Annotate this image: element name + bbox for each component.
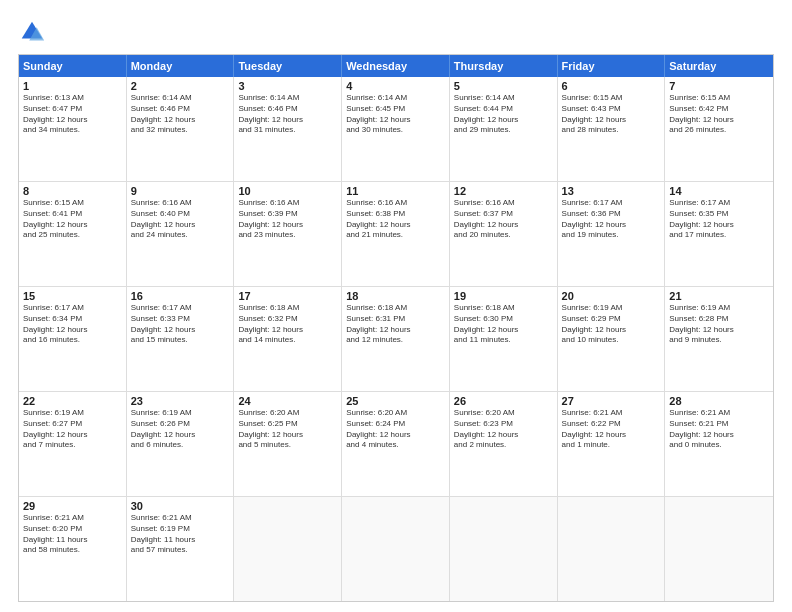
cal-cell — [665, 497, 773, 601]
cell-info: Sunrise: 6:16 AMSunset: 6:37 PMDaylight:… — [454, 198, 553, 241]
cell-info: Sunrise: 6:14 AMSunset: 6:46 PMDaylight:… — [131, 93, 230, 136]
day-number: 3 — [238, 80, 337, 92]
cell-info: Sunrise: 6:13 AMSunset: 6:47 PMDaylight:… — [23, 93, 122, 136]
day-number: 22 — [23, 395, 122, 407]
day-number: 18 — [346, 290, 445, 302]
day-number: 10 — [238, 185, 337, 197]
cell-info: Sunrise: 6:16 AMSunset: 6:38 PMDaylight:… — [346, 198, 445, 241]
cal-cell: 22Sunrise: 6:19 AMSunset: 6:27 PMDayligh… — [19, 392, 127, 496]
cal-cell: 30Sunrise: 6:21 AMSunset: 6:19 PMDayligh… — [127, 497, 235, 601]
cal-cell: 4Sunrise: 6:14 AMSunset: 6:45 PMDaylight… — [342, 77, 450, 181]
cal-cell: 18Sunrise: 6:18 AMSunset: 6:31 PMDayligh… — [342, 287, 450, 391]
cal-cell: 26Sunrise: 6:20 AMSunset: 6:23 PMDayligh… — [450, 392, 558, 496]
calendar-header: SundayMondayTuesdayWednesdayThursdayFrid… — [19, 55, 773, 77]
day-number: 17 — [238, 290, 337, 302]
day-number: 14 — [669, 185, 769, 197]
cell-info: Sunrise: 6:17 AMSunset: 6:36 PMDaylight:… — [562, 198, 661, 241]
day-number: 4 — [346, 80, 445, 92]
day-number: 30 — [131, 500, 230, 512]
cell-info: Sunrise: 6:17 AMSunset: 6:35 PMDaylight:… — [669, 198, 769, 241]
day-number: 27 — [562, 395, 661, 407]
cal-cell: 12Sunrise: 6:16 AMSunset: 6:37 PMDayligh… — [450, 182, 558, 286]
day-number: 19 — [454, 290, 553, 302]
header-day-saturday: Saturday — [665, 55, 773, 77]
day-number: 7 — [669, 80, 769, 92]
cal-cell: 5Sunrise: 6:14 AMSunset: 6:44 PMDaylight… — [450, 77, 558, 181]
logo — [18, 18, 50, 46]
cal-cell: 9Sunrise: 6:16 AMSunset: 6:40 PMDaylight… — [127, 182, 235, 286]
cell-info: Sunrise: 6:16 AMSunset: 6:39 PMDaylight:… — [238, 198, 337, 241]
cal-cell: 27Sunrise: 6:21 AMSunset: 6:22 PMDayligh… — [558, 392, 666, 496]
cell-info: Sunrise: 6:14 AMSunset: 6:44 PMDaylight:… — [454, 93, 553, 136]
calendar: SundayMondayTuesdayWednesdayThursdayFrid… — [18, 54, 774, 602]
cal-week-3: 15Sunrise: 6:17 AMSunset: 6:34 PMDayligh… — [19, 287, 773, 392]
cal-cell: 16Sunrise: 6:17 AMSunset: 6:33 PMDayligh… — [127, 287, 235, 391]
cal-cell — [450, 497, 558, 601]
cell-info: Sunrise: 6:14 AMSunset: 6:46 PMDaylight:… — [238, 93, 337, 136]
cell-info: Sunrise: 6:21 AMSunset: 6:22 PMDaylight:… — [562, 408, 661, 451]
cal-cell — [342, 497, 450, 601]
cal-cell — [234, 497, 342, 601]
logo-icon — [18, 18, 46, 46]
cal-cell: 13Sunrise: 6:17 AMSunset: 6:36 PMDayligh… — [558, 182, 666, 286]
cell-info: Sunrise: 6:18 AMSunset: 6:32 PMDaylight:… — [238, 303, 337, 346]
cal-week-4: 22Sunrise: 6:19 AMSunset: 6:27 PMDayligh… — [19, 392, 773, 497]
day-number: 25 — [346, 395, 445, 407]
day-number: 9 — [131, 185, 230, 197]
cal-cell: 19Sunrise: 6:18 AMSunset: 6:30 PMDayligh… — [450, 287, 558, 391]
page: SundayMondayTuesdayWednesdayThursdayFrid… — [0, 0, 792, 612]
cal-cell: 14Sunrise: 6:17 AMSunset: 6:35 PMDayligh… — [665, 182, 773, 286]
cell-info: Sunrise: 6:17 AMSunset: 6:34 PMDaylight:… — [23, 303, 122, 346]
cell-info: Sunrise: 6:21 AMSunset: 6:19 PMDaylight:… — [131, 513, 230, 556]
cal-week-5: 29Sunrise: 6:21 AMSunset: 6:20 PMDayligh… — [19, 497, 773, 601]
header-day-sunday: Sunday — [19, 55, 127, 77]
day-number: 13 — [562, 185, 661, 197]
cal-cell: 11Sunrise: 6:16 AMSunset: 6:38 PMDayligh… — [342, 182, 450, 286]
day-number: 2 — [131, 80, 230, 92]
cell-info: Sunrise: 6:15 AMSunset: 6:42 PMDaylight:… — [669, 93, 769, 136]
cell-info: Sunrise: 6:21 AMSunset: 6:21 PMDaylight:… — [669, 408, 769, 451]
cell-info: Sunrise: 6:20 AMSunset: 6:25 PMDaylight:… — [238, 408, 337, 451]
cell-info: Sunrise: 6:19 AMSunset: 6:29 PMDaylight:… — [562, 303, 661, 346]
header-day-wednesday: Wednesday — [342, 55, 450, 77]
cal-cell: 28Sunrise: 6:21 AMSunset: 6:21 PMDayligh… — [665, 392, 773, 496]
day-number: 20 — [562, 290, 661, 302]
cal-cell: 21Sunrise: 6:19 AMSunset: 6:28 PMDayligh… — [665, 287, 773, 391]
cal-cell: 25Sunrise: 6:20 AMSunset: 6:24 PMDayligh… — [342, 392, 450, 496]
header-day-monday: Monday — [127, 55, 235, 77]
day-number: 29 — [23, 500, 122, 512]
cal-cell: 3Sunrise: 6:14 AMSunset: 6:46 PMDaylight… — [234, 77, 342, 181]
cell-info: Sunrise: 6:15 AMSunset: 6:43 PMDaylight:… — [562, 93, 661, 136]
cell-info: Sunrise: 6:20 AMSunset: 6:23 PMDaylight:… — [454, 408, 553, 451]
day-number: 26 — [454, 395, 553, 407]
cell-info: Sunrise: 6:17 AMSunset: 6:33 PMDaylight:… — [131, 303, 230, 346]
day-number: 23 — [131, 395, 230, 407]
day-number: 11 — [346, 185, 445, 197]
cal-cell: 17Sunrise: 6:18 AMSunset: 6:32 PMDayligh… — [234, 287, 342, 391]
day-number: 15 — [23, 290, 122, 302]
day-number: 8 — [23, 185, 122, 197]
day-number: 5 — [454, 80, 553, 92]
cell-info: Sunrise: 6:19 AMSunset: 6:28 PMDaylight:… — [669, 303, 769, 346]
day-number: 12 — [454, 185, 553, 197]
cell-info: Sunrise: 6:19 AMSunset: 6:26 PMDaylight:… — [131, 408, 230, 451]
cell-info: Sunrise: 6:19 AMSunset: 6:27 PMDaylight:… — [23, 408, 122, 451]
cal-cell: 29Sunrise: 6:21 AMSunset: 6:20 PMDayligh… — [19, 497, 127, 601]
cal-week-1: 1Sunrise: 6:13 AMSunset: 6:47 PMDaylight… — [19, 77, 773, 182]
cell-info: Sunrise: 6:15 AMSunset: 6:41 PMDaylight:… — [23, 198, 122, 241]
day-number: 6 — [562, 80, 661, 92]
cell-info: Sunrise: 6:18 AMSunset: 6:31 PMDaylight:… — [346, 303, 445, 346]
cell-info: Sunrise: 6:20 AMSunset: 6:24 PMDaylight:… — [346, 408, 445, 451]
cal-cell: 23Sunrise: 6:19 AMSunset: 6:26 PMDayligh… — [127, 392, 235, 496]
cell-info: Sunrise: 6:16 AMSunset: 6:40 PMDaylight:… — [131, 198, 230, 241]
cell-info: Sunrise: 6:18 AMSunset: 6:30 PMDaylight:… — [454, 303, 553, 346]
cal-cell: 15Sunrise: 6:17 AMSunset: 6:34 PMDayligh… — [19, 287, 127, 391]
header-day-tuesday: Tuesday — [234, 55, 342, 77]
cell-info: Sunrise: 6:21 AMSunset: 6:20 PMDaylight:… — [23, 513, 122, 556]
cal-cell: 8Sunrise: 6:15 AMSunset: 6:41 PMDaylight… — [19, 182, 127, 286]
cal-cell — [558, 497, 666, 601]
cal-cell: 6Sunrise: 6:15 AMSunset: 6:43 PMDaylight… — [558, 77, 666, 181]
day-number: 21 — [669, 290, 769, 302]
cal-cell: 1Sunrise: 6:13 AMSunset: 6:47 PMDaylight… — [19, 77, 127, 181]
day-number: 24 — [238, 395, 337, 407]
